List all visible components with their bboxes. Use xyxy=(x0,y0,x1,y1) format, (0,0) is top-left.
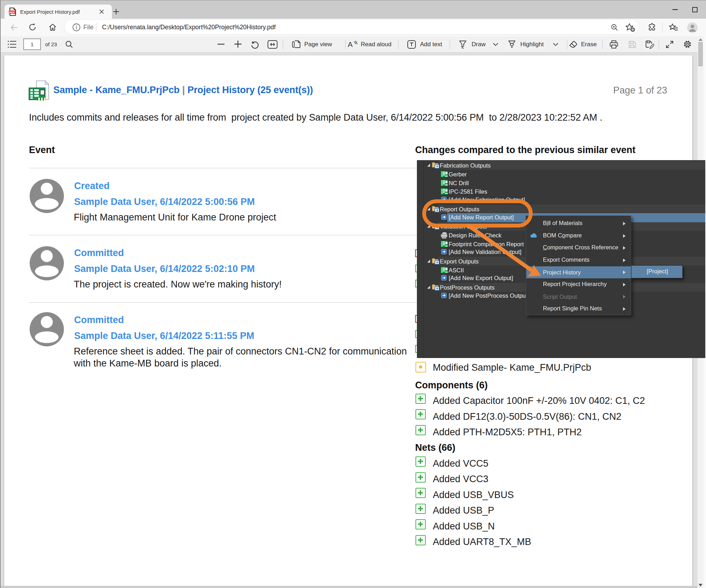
svg-text:PDF: PDF xyxy=(10,11,15,14)
svg-text:A: A xyxy=(348,40,353,48)
